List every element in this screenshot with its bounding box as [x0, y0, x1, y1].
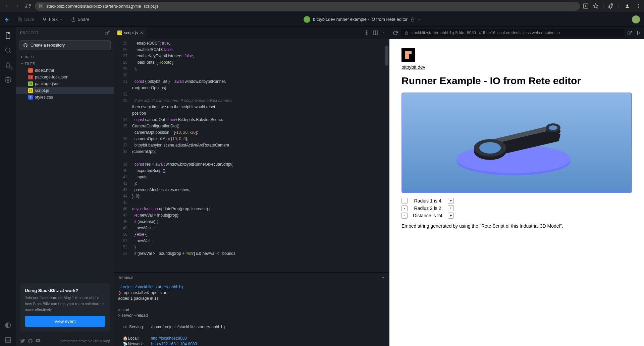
editor-area: JS script.js ✕ ⋯ 25262728293031323334353… — [114, 27, 389, 346]
discord-icon[interactable] — [36, 338, 41, 343]
svg-point-8 — [44, 20, 45, 21]
chevron-down-icon[interactable] — [418, 18, 421, 21]
profile-avatar[interactable] — [623, 2, 631, 10]
split-icon[interactable] — [373, 30, 378, 36]
twitter-icon[interactable] — [20, 338, 25, 343]
panel-toggle-icon[interactable] — [2, 334, 14, 346]
terminal-label: Terminal — [118, 275, 133, 280]
browser-toolbar: stackblitz.com/edit/stackblitz-starters-… — [0, 0, 644, 12]
ide-header: Save Fork Share bitbybit.dev runner exam… — [0, 12, 644, 27]
connect-icon[interactable] — [105, 30, 110, 36]
npm-file-icon: N — [28, 81, 33, 86]
code-editor[interactable]: 2526272829303132333435363738394041424344… — [114, 39, 389, 272]
open-new-window-icon[interactable] — [627, 31, 632, 36]
file-index-html[interactable]: <>index.html — [16, 67, 114, 74]
format-icon[interactable] — [364, 30, 369, 36]
create-repo-button[interactable]: Create a repository — [19, 40, 111, 50]
owner-avatar — [304, 16, 310, 23]
view-event-button[interactable]: View event — [25, 316, 105, 327]
decrement-button[interactable]: - — [401, 213, 408, 219]
js-file-icon: JS — [117, 31, 122, 35]
decrement-button[interactable]: - — [401, 205, 408, 211]
decrement-button[interactable]: - — [401, 198, 408, 204]
promo-card: Using StackBlitz at work? Join our lives… — [20, 283, 110, 332]
control-row: -Radius 2 is 2+ — [401, 205, 454, 211]
preview-reload-icon[interactable] — [393, 31, 398, 36]
address-bar[interactable]: stackblitz.com/edit/stackblitz-starters-… — [35, 2, 580, 11]
tab-script-js[interactable]: JS script.js ✕ — [114, 27, 147, 39]
model-render — [446, 103, 587, 183]
chevron-down-icon — [60, 18, 63, 21]
project-title[interactable]: bitbybit.dev runner example - IO from Re… — [304, 16, 421, 23]
bitbybit-link[interactable]: bitbybit.dev — [401, 64, 425, 70]
back-icon[interactable] — [3, 2, 11, 10]
forward-icon[interactable] — [13, 2, 21, 10]
file-bug-link[interactable]: Something broken? File a bug! — [60, 339, 110, 343]
activity-bar: 1 — [0, 27, 16, 346]
files-section[interactable]: FILES — [16, 60, 114, 67]
preview-document: bitbybit.dev Runner Example - IO from Re… — [389, 39, 644, 346]
sidebar: PROJECT Create a repository INFO FILES <… — [16, 27, 114, 346]
svg-rect-15 — [406, 33, 408, 35]
svg-point-10 — [6, 48, 10, 52]
explorer-icon[interactable] — [2, 30, 14, 42]
file-styles-css[interactable]: #styles.css — [16, 94, 114, 101]
theme-toggle-icon[interactable] — [2, 319, 14, 331]
svg-point-3 — [638, 4, 639, 5]
lock-open-icon — [410, 17, 415, 22]
collapse-preview-icon[interactable] — [636, 31, 641, 36]
file-script-js[interactable]: JSscript.js — [16, 87, 114, 94]
3d-canvas[interactable] — [401, 93, 632, 193]
bookmark-icon[interactable] — [593, 3, 599, 9]
increment-button[interactable]: + — [448, 198, 454, 204]
github-icon — [23, 43, 28, 48]
file-package-lock-json[interactable]: {}package-lock.json — [16, 74, 114, 80]
github-icon[interactable] — [28, 338, 33, 343]
ports-icon[interactable]: 1 — [2, 59, 14, 71]
user-avatar[interactable] — [632, 15, 640, 23]
save-button[interactable]: Save — [14, 15, 38, 24]
page-title: Runner Example - IO from Rete editor — [401, 75, 632, 86]
svg-rect-13 — [6, 338, 11, 343]
url-text: stackblitz.com/edit/stackblitz-starters-… — [46, 4, 158, 9]
lock-icon — [405, 31, 409, 35]
preview-url-bar[interactable]: stackblitzstartersohhh1g-5d4o--8080--41f… — [401, 29, 624, 37]
stackblitz-logo-icon[interactable] — [4, 16, 10, 23]
reload-icon[interactable] — [24, 2, 32, 10]
control-label: Distance is 24 — [411, 213, 444, 218]
increment-button[interactable]: + — [448, 205, 454, 211]
control-label: Radius 1 is 4 — [411, 198, 444, 204]
info-section[interactable]: INFO — [16, 54, 114, 60]
svg-point-5 — [638, 7, 639, 8]
promo-body: Join our livestream on May 1 to learn ab… — [25, 295, 105, 312]
extensions-icon[interactable] — [608, 3, 614, 9]
terminal-output[interactable]: ~/projects/stackblitz-starters-ohhh1g ❯ … — [114, 282, 389, 346]
site-info-icon — [39, 4, 44, 8]
tabs-row: JS script.js ✕ ⋯ — [114, 27, 389, 39]
svg-point-6 — [43, 18, 44, 18]
json-file-icon: {} — [28, 75, 33, 79]
more-icon[interactable]: ⋯ — [381, 30, 386, 36]
settings-icon[interactable] — [2, 74, 14, 86]
file-package-json[interactable]: Npackage.json — [16, 80, 114, 87]
preview-panel: stackblitzstartersohhh1g-5d4o--8080--41f… — [389, 27, 644, 346]
css-file-icon: # — [28, 95, 33, 100]
install-app-icon[interactable] — [583, 3, 589, 9]
svg-rect-0 — [40, 4, 43, 8]
new-terminal-icon[interactable]: ＋ — [381, 275, 385, 280]
svg-rect-9 — [411, 19, 414, 21]
close-icon[interactable]: ✕ — [140, 31, 143, 35]
bitbybit-logo — [401, 48, 415, 62]
control-row: -Radius 1 is 4+ — [401, 198, 454, 204]
share-button[interactable]: Share — [68, 15, 93, 24]
fork-button[interactable]: Fork — [39, 15, 66, 24]
search-icon[interactable] — [2, 44, 14, 56]
embed-link[interactable]: Embed string generated by using the "Ret… — [401, 223, 563, 229]
scrollbar[interactable] — [384, 39, 389, 272]
menu-icon[interactable] — [635, 3, 641, 9]
chevron-right-icon — [20, 55, 23, 59]
js-file-icon: JS — [28, 88, 33, 93]
svg-point-7 — [45, 18, 46, 18]
project-heading: PROJECT — [20, 31, 39, 35]
increment-button[interactable]: + — [448, 213, 454, 219]
